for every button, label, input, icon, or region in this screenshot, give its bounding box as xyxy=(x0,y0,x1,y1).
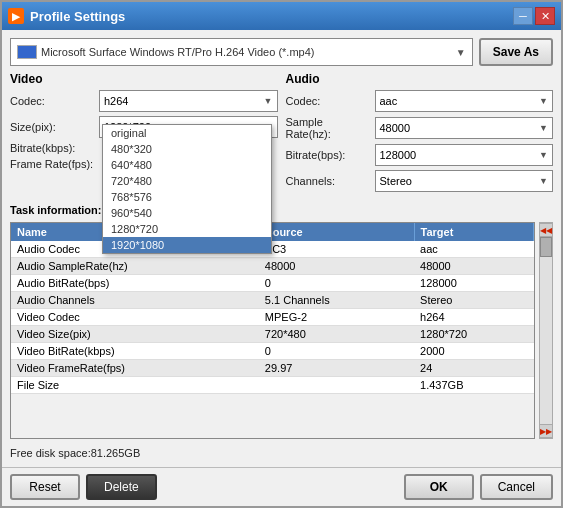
task-info-row: Task information: "UP" xyxy=(10,204,553,216)
audio-samplerate-value: 48000 xyxy=(380,122,411,134)
audio-channels-select[interactable]: Stereo ▼ xyxy=(375,170,554,192)
audio-codec-row: Codec: aac ▼ xyxy=(286,90,554,112)
audio-bitrate-row: Bitrate(bps): 128000 ▼ xyxy=(286,144,554,166)
audio-codec-value: aac xyxy=(380,95,398,107)
table-header-row: Name Source Target xyxy=(11,223,534,241)
cancel-button[interactable]: Cancel xyxy=(480,474,553,500)
bottom-right-buttons: OK Cancel xyxy=(404,474,553,500)
size-option-640x480[interactable]: 640*480 xyxy=(103,157,271,173)
table-row: Audio CodecAC3aac xyxy=(11,241,534,258)
cell-target: 24 xyxy=(414,360,533,377)
audio-samplerate-select[interactable]: 48000 ▼ xyxy=(375,117,554,139)
size-option-480x320[interactable]: 480*320 xyxy=(103,141,271,157)
cell-source: MPEG-2 xyxy=(259,309,414,326)
audio-samplerate-arrow: ▼ xyxy=(539,123,548,133)
cell-name: Audio BitRate(bps) xyxy=(11,275,259,292)
cell-source: 0 xyxy=(259,275,414,292)
free-disk-label: Free disk space:81.265GB xyxy=(10,447,553,459)
size-option-1920x1080[interactable]: 1920*1080 xyxy=(103,237,271,253)
audio-codec-select[interactable]: aac ▼ xyxy=(375,90,554,112)
main-window: ▶ Profile Settings ─ ✕ Microsoft Surface… xyxy=(0,0,563,508)
cell-source xyxy=(259,377,414,394)
cell-name: Video BitRate(kbps) xyxy=(11,343,259,360)
audio-channels-value: Stereo xyxy=(380,175,412,187)
profile-row: Microsoft Surface Windows RT/Pro H.264 V… xyxy=(10,38,553,66)
video-section-title: Video xyxy=(10,72,278,86)
audio-channels-arrow: ▼ xyxy=(539,176,548,186)
audio-codec-label: Codec: xyxy=(286,95,371,107)
cell-source: 48000 xyxy=(259,258,414,275)
title-bar-left: ▶ Profile Settings xyxy=(8,8,125,24)
window-title: Profile Settings xyxy=(30,9,125,24)
cell-target: 2000 xyxy=(414,343,533,360)
reset-button[interactable]: Reset xyxy=(10,474,80,500)
cell-target: 1280*720 xyxy=(414,326,533,343)
cell-target: h264 xyxy=(414,309,533,326)
task-info-label: Task information: xyxy=(10,204,101,216)
cell-target: 128000 xyxy=(414,275,533,292)
info-table-wrapper: Name Source Target Audio CodecAC3aacAudi… xyxy=(10,222,535,439)
close-button[interactable]: ✕ xyxy=(535,7,555,25)
col-target-header: Target xyxy=(414,223,533,241)
video-codec-row: Codec: h264 ▼ xyxy=(10,90,278,112)
audio-samplerate-row: Sample Rate(hz): 48000 ▼ xyxy=(286,116,554,140)
audio-bitrate-label: Bitrate(bps): xyxy=(286,149,371,161)
profile-dropdown[interactable]: Microsoft Surface Windows RT/Pro H.264 V… xyxy=(10,38,473,66)
delete-button[interactable]: Delete xyxy=(86,474,157,500)
cell-source: AC3 xyxy=(259,241,414,258)
size-option-768x576[interactable]: 768*576 xyxy=(103,189,271,205)
scroll-thumb[interactable] xyxy=(540,237,552,257)
cell-name: Video Codec xyxy=(11,309,259,326)
table-row: Video Size(pix)720*4801280*720 xyxy=(11,326,534,343)
size-option-720x480[interactable]: 720*480 xyxy=(103,173,271,189)
profile-thumb-icon xyxy=(17,45,37,59)
video-framerate-label: Frame Rate(fps): xyxy=(10,158,95,170)
audio-bitrate-select[interactable]: 128000 ▼ xyxy=(375,144,554,166)
cell-source: 0 xyxy=(259,343,414,360)
scroll-down-arrow[interactable]: ▶▶ xyxy=(539,424,553,438)
table-row: Video BitRate(kbps)02000 xyxy=(11,343,534,360)
video-codec-select[interactable]: h264 ▼ xyxy=(99,90,278,112)
cell-target: 1.437GB xyxy=(414,377,533,394)
audio-codec-arrow: ▼ xyxy=(539,96,548,106)
vertical-scrollbar[interactable]: ◀◀ ▶▶ xyxy=(539,222,553,439)
cell-name: Audio Channels xyxy=(11,292,259,309)
audio-samplerate-label: Sample Rate(hz): xyxy=(286,116,371,140)
video-codec-value: h264 xyxy=(104,95,128,107)
cell-name: Video Size(pix) xyxy=(11,326,259,343)
save-as-button[interactable]: Save As xyxy=(479,38,553,66)
scroll-up-arrow[interactable]: ◀◀ xyxy=(539,223,553,237)
cell-source: 720*480 xyxy=(259,326,414,343)
app-icon: ▶ xyxy=(8,8,24,24)
video-codec-arrow: ▼ xyxy=(264,96,273,106)
size-dropdown-list: original 480*320 640*480 720*480 768*576… xyxy=(102,124,272,254)
audio-channels-label: Channels: xyxy=(286,175,371,187)
minimize-button[interactable]: ─ xyxy=(513,7,533,25)
cell-target: Stereo xyxy=(414,292,533,309)
table-row: Audio SampleRate(hz)4800048000 xyxy=(11,258,534,275)
audio-bitrate-arrow: ▼ xyxy=(539,150,548,160)
title-controls: ─ ✕ xyxy=(513,7,555,25)
cell-name: Video FrameRate(fps) xyxy=(11,360,259,377)
col-source-header: Source xyxy=(259,223,414,241)
size-option-960x540[interactable]: 960*540 xyxy=(103,205,271,221)
cell-target: aac xyxy=(414,241,533,258)
settings-panels: Video Codec: h264 ▼ Size(pix): 1280*720 … xyxy=(10,72,553,196)
audio-bitrate-value: 128000 xyxy=(380,149,417,161)
table-row: File Size1.437GB xyxy=(11,377,534,394)
profile-dropdown-arrow: ▼ xyxy=(456,47,466,58)
title-bar: ▶ Profile Settings ─ ✕ xyxy=(2,2,561,30)
table-row: Video CodecMPEG-2h264 xyxy=(11,309,534,326)
cell-source: 29.97 xyxy=(259,360,414,377)
table-section: Name Source Target Audio CodecAC3aacAudi… xyxy=(10,222,553,439)
ok-button[interactable]: OK xyxy=(404,474,474,500)
size-option-1280x720[interactable]: 1280*720 xyxy=(103,221,271,237)
audio-section-title: Audio xyxy=(286,72,554,86)
audio-channels-row: Channels: Stereo ▼ xyxy=(286,170,554,192)
size-option-original[interactable]: original xyxy=(103,125,271,141)
table-row: Audio BitRate(bps)0128000 xyxy=(11,275,534,292)
video-codec-label: Codec: xyxy=(10,95,95,107)
cell-name: File Size xyxy=(11,377,259,394)
scroll-track xyxy=(540,237,552,424)
audio-panel: Audio Codec: aac ▼ Sample Rate(hz): 4800… xyxy=(286,72,554,196)
